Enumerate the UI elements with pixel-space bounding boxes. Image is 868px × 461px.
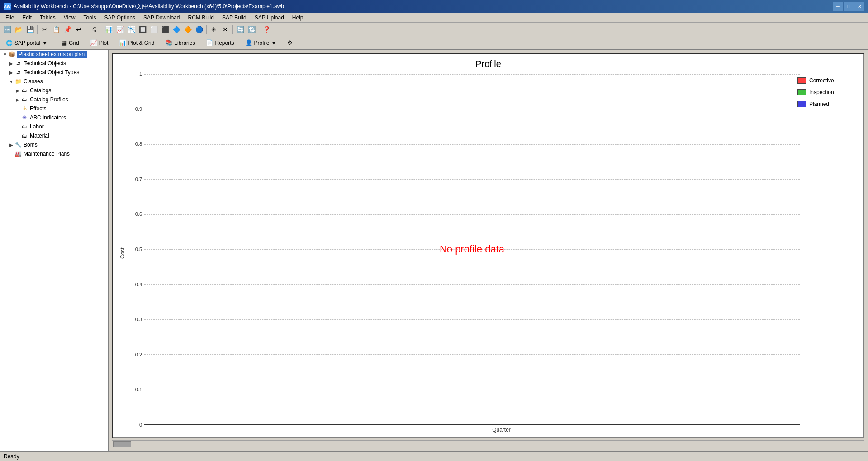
sidebar-item-effects[interactable]: ⚠ Effects: [0, 104, 108, 113]
grid-label: Grid: [69, 40, 79, 46]
sidebar-item-tech-object-types[interactable]: ▶ 🗂 Technical Object Types: [0, 68, 108, 77]
minimize-button[interactable]: ─: [833, 2, 843, 11]
tb-save[interactable]: 💾: [24, 24, 35, 35]
grid-line: [144, 284, 800, 285]
tb-help[interactable]: ❓: [261, 24, 272, 35]
sidebar-item-labor[interactable]: 🗂 Labor: [0, 122, 108, 131]
y-tick-label: 0.4: [135, 282, 142, 287]
menu-tools[interactable]: Tools: [80, 13, 100, 22]
expand-catalog-profiles[interactable]: ▶: [14, 96, 21, 103]
menu-file[interactable]: File: [2, 13, 18, 22]
tb-btn9[interactable]: 🔵: [194, 24, 204, 35]
tb-cross[interactable]: ✕: [220, 24, 231, 35]
y-tick-label: 0.9: [135, 106, 142, 112]
tb-undo[interactable]: ↩: [73, 24, 84, 35]
scrollbar-thumb[interactable]: [113, 441, 131, 447]
expand-maintenance[interactable]: [8, 151, 14, 157]
menu-sap-download[interactable]: SAP Download: [140, 13, 184, 22]
expand-effects[interactable]: [14, 105, 21, 112]
close-button[interactable]: ✕: [854, 2, 864, 11]
y-tick-label: 0.2: [135, 352, 142, 357]
tb-btn5[interactable]: ⬜: [148, 24, 159, 35]
tb-btn4[interactable]: 🔲: [137, 24, 148, 35]
settings-button[interactable]: ⚙: [282, 38, 298, 48]
menu-view[interactable]: View: [60, 13, 79, 22]
title-bar: AW Availability Workbench - C:\Users\sup…: [0, 0, 868, 13]
expand-catalogs[interactable]: ▶: [14, 87, 21, 94]
grid-icon: ▦: [62, 39, 67, 46]
tb-new[interactable]: 🆕: [2, 24, 13, 35]
sidebar-label-abc: ABC Indicators: [30, 114, 66, 121]
y-tick-label: 0.8: [135, 141, 142, 147]
expand-boms[interactable]: ▶: [8, 142, 14, 148]
sidebar-item-abc-indicators[interactable]: ✳ ABC Indicators: [0, 113, 108, 122]
sidebar-item-catalogs[interactable]: ▶ 🗂 Catalogs: [0, 86, 108, 95]
sidebar-item-tech-objects[interactable]: ▶ 🗂 Technical Objects: [0, 59, 108, 68]
nav-toolbar: 🌐 SAP portal ▼ ▦ Grid 📈 Plot 📊 Plot & Gr…: [0, 36, 868, 50]
menu-edit[interactable]: Edit: [19, 13, 35, 22]
sidebar-label-effects: Effects: [30, 105, 46, 112]
window-controls: ─ □ ✕: [833, 2, 864, 11]
tb-btn6[interactable]: ⬛: [160, 24, 171, 35]
horizontal-scrollbar[interactable]: [112, 440, 864, 447]
maximize-button[interactable]: □: [844, 2, 854, 11]
profile-button[interactable]: 👤 Profile ▼: [240, 38, 282, 48]
plot-grid-button[interactable]: 📊 Plot & Grid: [114, 38, 159, 48]
tb-btn8[interactable]: 🔶: [182, 24, 193, 35]
window-title: Availability Workbench - C:\Users\suppo\…: [14, 3, 284, 10]
sidebar-item-root[interactable]: ▼ 📦 Plastic sheet extrusion plant: [0, 50, 108, 59]
expand-tech-object-types[interactable]: ▶: [8, 69, 14, 76]
sap-portal-button[interactable]: 🌐 SAP portal ▼: [2, 38, 52, 48]
tb-btn7[interactable]: 🔷: [171, 24, 182, 35]
sidebar-label-boms: Boms: [24, 142, 38, 148]
plot-button[interactable]: 📈 Plot: [85, 38, 114, 48]
grid-line: [144, 109, 800, 109]
expand-classes[interactable]: ▼: [8, 78, 14, 85]
tb-chart1[interactable]: 📊: [103, 24, 114, 35]
folder-icon-material: 🗂: [21, 132, 28, 139]
libraries-label: Libraries: [174, 40, 195, 46]
sidebar-label-tech-object-types: Technical Object Types: [24, 69, 79, 76]
tb-print[interactable]: 🖨: [88, 24, 99, 35]
sidebar-item-material[interactable]: 🗂 Material: [0, 131, 108, 140]
asterisk-icon-abc: ✳: [21, 114, 28, 121]
tb-copy[interactable]: 📋: [51, 24, 62, 35]
sidebar-item-maintenance-plans[interactable]: 🏭 Maintenance Plans: [0, 149, 108, 158]
legend-label-corrective: Corrective: [809, 77, 834, 84]
sidebar-label-root: Plastic sheet extrusion plant: [17, 51, 87, 58]
sidebar-item-catalog-profiles[interactable]: ▶ 🗂 Catalog Profiles: [0, 95, 108, 104]
expand-material[interactable]: [14, 133, 21, 139]
reports-button[interactable]: 📄 Reports: [201, 38, 239, 48]
tb-open[interactable]: 📂: [13, 24, 24, 35]
tb-star[interactable]: ✳: [209, 24, 219, 35]
menu-rcm-build[interactable]: RCM Build: [185, 13, 218, 22]
menu-sap-build[interactable]: SAP Build: [218, 13, 250, 22]
tb-btn10[interactable]: 🔃: [246, 24, 257, 35]
folder-icon-catalog-profiles: 🗂: [21, 96, 28, 103]
y-tick-label: 0.7: [135, 176, 142, 182]
y-tick-label: 0.3: [135, 317, 142, 322]
menu-tables[interactable]: Tables: [36, 13, 59, 22]
expand-labor[interactable]: [14, 124, 21, 130]
legend-label-planned: Planned: [809, 101, 829, 107]
tb-chart2[interactable]: 📈: [114, 24, 125, 35]
libraries-icon: 📚: [165, 39, 172, 46]
expand-tech-objects[interactable]: ▶: [8, 60, 14, 67]
sidebar-item-classes[interactable]: ▼ 📁 Classes: [0, 77, 108, 86]
sidebar-item-boms[interactable]: ▶ 🔧 Boms: [0, 140, 108, 149]
sidebar-label-catalog-profiles: Catalog Profiles: [30, 96, 68, 103]
toolbar: 🆕 📂 💾 ✂ 📋 📌 ↩ 🖨 📊 📈 📉 🔲 ⬜ ⬛ 🔷 🔶 🔵 ✳ ✕ 🔄 …: [0, 23, 868, 36]
tb-refresh[interactable]: 🔄: [235, 24, 246, 35]
expand-abc[interactable]: [14, 114, 21, 121]
warning-icon-effects: ⚠: [21, 105, 28, 112]
menu-help[interactable]: Help: [289, 13, 307, 22]
libraries-button[interactable]: 📚 Libraries: [160, 38, 200, 48]
y-tick-label: 0.6: [135, 211, 142, 217]
menu-sap-upload[interactable]: SAP Upload: [251, 13, 288, 22]
expand-root[interactable]: ▼: [2, 51, 8, 57]
grid-button[interactable]: ▦ Grid: [57, 38, 84, 48]
tb-cut[interactable]: ✂: [39, 24, 50, 35]
menu-sap-options[interactable]: SAP Options: [101, 13, 139, 22]
tb-chart3[interactable]: 📉: [126, 24, 137, 35]
tb-paste[interactable]: 📌: [62, 24, 73, 35]
